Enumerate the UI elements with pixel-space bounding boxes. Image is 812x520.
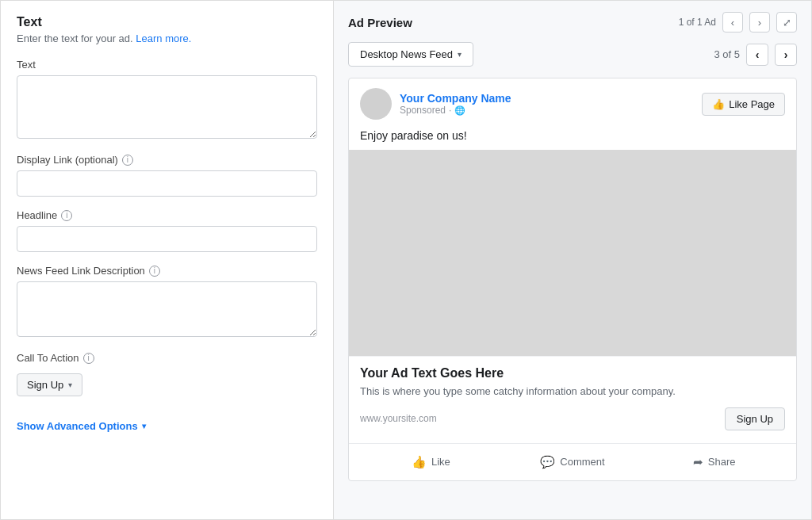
section-title: Text bbox=[17, 15, 317, 29]
news-feed-field-group: News Feed Link Description i bbox=[17, 265, 317, 339]
news-feed-label: News Feed Link Description i bbox=[17, 265, 317, 277]
page-next-icon: › bbox=[784, 48, 788, 61]
display-link-label: Display Link (optional) i bbox=[17, 154, 317, 166]
text-field-group: Text bbox=[17, 59, 317, 141]
avatar bbox=[360, 88, 392, 120]
text-label: Text bbox=[17, 59, 317, 71]
ad-preview-nav: 1 of 1 Ad ‹ › ⤢ bbox=[679, 12, 797, 32]
section-subtitle: Enter the text for your ad. Learn more. bbox=[17, 32, 317, 44]
ad-nav-prev-button[interactable]: ‹ bbox=[722, 12, 743, 32]
ad-url: www.yoursite.com bbox=[360, 413, 437, 424]
ad-count: 1 of 1 Ad bbox=[679, 17, 716, 28]
like-action-icon: 👍 bbox=[412, 455, 427, 469]
ad-preview-title: Ad Preview bbox=[348, 16, 412, 29]
text-input[interactable] bbox=[17, 75, 317, 139]
sponsored-line: Sponsored · 🌐 bbox=[400, 105, 511, 116]
advertiser-details: Your Company Name Sponsored · 🌐 bbox=[400, 92, 511, 116]
like-page-button[interactable]: 👍 Like Page bbox=[702, 93, 785, 116]
cta-dropdown[interactable]: Sign Up ▾ bbox=[17, 373, 82, 396]
placement-dropdown[interactable]: Desktop News Feed ▾ bbox=[348, 42, 473, 67]
page-nav: 3 of 5 ‹ › bbox=[714, 44, 797, 66]
headline-info-icon: i bbox=[61, 210, 72, 221]
placement-chevron-down-icon: ▾ bbox=[458, 50, 462, 59]
display-link-field-group: Display Link (optional) i bbox=[17, 154, 317, 197]
preview-controls: Desktop News Feed ▾ 3 of 5 ‹ › bbox=[348, 42, 797, 67]
page-next-button[interactable]: › bbox=[775, 44, 797, 66]
like-page-thumb-icon: 👍 bbox=[712, 98, 725, 110]
advertiser-info: Your Company Name Sponsored · 🌐 bbox=[360, 88, 511, 120]
right-panel: Ad Preview 1 of 1 Ad ‹ › ⤢ Desktop News … bbox=[334, 1, 811, 519]
chevron-right-icon: › bbox=[758, 17, 761, 29]
cta-chevron-down-icon: ▾ bbox=[68, 380, 72, 389]
advertiser-name: Your Company Name bbox=[400, 92, 511, 105]
cta-value: Sign Up bbox=[27, 379, 63, 391]
comment-action-button[interactable]: 💬 Comment bbox=[502, 450, 644, 474]
ad-preview-header: Ad Preview 1 of 1 Ad ‹ › ⤢ bbox=[348, 12, 797, 32]
cta-info-icon: i bbox=[83, 353, 94, 364]
news-feed-info-icon: i bbox=[149, 266, 160, 277]
ad-nav-next-button[interactable]: › bbox=[749, 12, 770, 32]
chevron-left-icon: ‹ bbox=[731, 17, 734, 29]
sign-up-button[interactable]: Sign Up bbox=[725, 407, 785, 430]
show-advanced-options[interactable]: Show Advanced Options ▾ bbox=[17, 420, 146, 432]
ad-description: This is where you type some catchy infor… bbox=[360, 384, 785, 400]
ad-headline: Your Ad Text Goes Here bbox=[360, 366, 785, 380]
page-of-label: 3 of 5 bbox=[714, 48, 740, 60]
display-link-info-icon: i bbox=[122, 155, 133, 166]
placement-label: Desktop News Feed bbox=[360, 48, 453, 60]
like-action-button[interactable]: 👍 Like bbox=[360, 450, 502, 474]
news-feed-input[interactable] bbox=[17, 281, 317, 337]
learn-more-link[interactable]: Learn more. bbox=[136, 32, 191, 44]
ad-card-header: Your Company Name Sponsored · 🌐 👍 Like P… bbox=[349, 78, 796, 126]
ad-actions: 👍 Like 💬 Comment ➦ Share bbox=[349, 443, 796, 480]
share-action-icon: ➦ bbox=[693, 455, 703, 469]
advanced-chevron-down-icon: ▾ bbox=[142, 422, 146, 430]
cta-label: Call To Action i bbox=[17, 352, 317, 364]
page-prev-button[interactable]: ‹ bbox=[746, 44, 768, 66]
share-action-button[interactable]: ➦ Share bbox=[643, 450, 785, 474]
cta-section: Call To Action i Sign Up ▾ bbox=[17, 352, 317, 396]
external-icon: ⤢ bbox=[783, 17, 791, 29]
globe-icon: 🌐 bbox=[454, 105, 465, 116]
ad-image-placeholder bbox=[349, 150, 796, 356]
ad-footer: www.yoursite.com Sign Up bbox=[360, 407, 785, 434]
comment-action-icon: 💬 bbox=[540, 455, 555, 469]
ad-tagline: Enjoy paradise on us! bbox=[349, 126, 796, 150]
headline-field-group: Headline i bbox=[17, 209, 317, 252]
headline-input[interactable] bbox=[17, 226, 317, 252]
left-panel: Text Enter the text for your ad. Learn m… bbox=[1, 1, 334, 519]
external-link-button[interactable]: ⤢ bbox=[776, 12, 797, 32]
page-prev-icon: ‹ bbox=[756, 48, 760, 61]
ad-content: Your Ad Text Goes Here This is where you… bbox=[349, 356, 796, 443]
headline-label: Headline i bbox=[17, 209, 317, 221]
ad-card: Your Company Name Sponsored · 🌐 👍 Like P… bbox=[348, 78, 797, 481]
display-link-input[interactable] bbox=[17, 170, 317, 197]
